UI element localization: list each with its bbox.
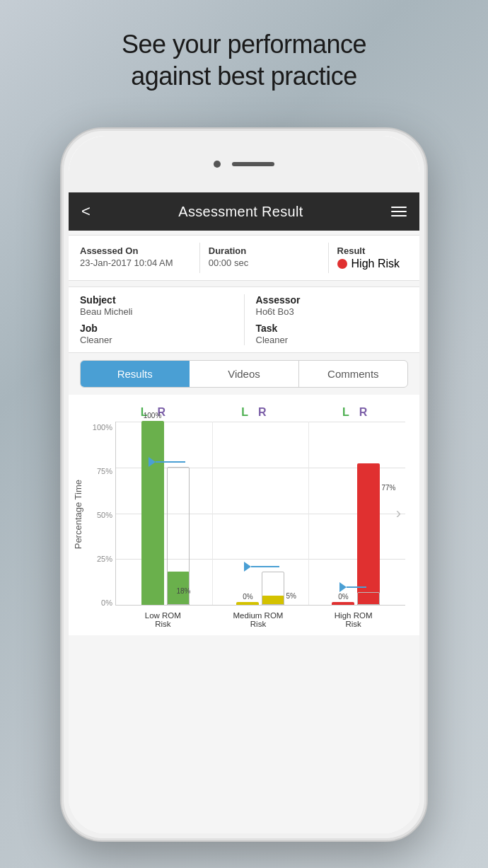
assessed-on-label: Assessed On [80,245,191,256]
y-axis-label: Percentage Time [73,480,88,549]
y-ticks: 100% 75% 50% 25% 0% [88,423,115,607]
y-tick-25: 25% [91,555,112,563]
tabs-row: Results Videos Comments [80,360,408,388]
lr-labels-row: L R L R L R [69,406,419,419]
vert-div-2 [308,422,309,605]
x-label-medium: Medium ROMRisk [226,611,290,628]
tab-comments[interactable]: Comments [299,361,407,387]
bar-col-medium-l: 0% [236,593,259,605]
bar-col-low-r: 18% [167,572,190,605]
bar-col-high-l: 0% [332,593,354,605]
phone-top-bar [69,136,419,192]
result-col: Result High Risk [329,243,408,273]
chart-next-icon[interactable]: › [396,504,401,523]
menu-line-2 [391,211,407,212]
chart-main: Percentage Time 100% 75% 50% 25% 0% [69,422,419,607]
headline: See your performanceagainst best practic… [0,28,488,92]
tab-videos[interactable]: Videos [190,361,298,387]
result-label: Result [337,245,400,256]
x-labels: Low ROMRisk Medium ROMRisk High ROMRisk [69,611,419,628]
subject-left: Subject Beau Micheli Job Cleaner [80,294,245,345]
lr-group-2: L R [219,406,289,419]
chart-right-pad [405,422,419,607]
duration-col: Duration 00:00 sec [200,243,329,273]
job-value: Cleaner [80,335,233,345]
bench-arrow-medium [244,562,251,572]
result-text: High Risk [352,257,400,270]
bench-arrow-high [339,582,347,592]
bar-group-low: 100% 18% [124,412,206,605]
subject-right: Assessor Ho6t Bo3 Task Cleaner [245,294,409,345]
bar-chart-area: 100% 18% [115,422,405,606]
assessed-on-value: 23-Jan-2017 10:04 AM [80,257,191,268]
chart-area: L R L R L R Percentage Time [69,395,419,635]
assessor-value: Ho6t Bo3 [256,306,409,317]
x-label-high: High ROMRisk [322,611,385,628]
risk-dot [337,259,347,269]
job-label: Job [80,323,233,334]
camera-icon [214,161,221,168]
y-tick-75: 75% [91,467,112,475]
subject-value: Beau Micheli [80,306,233,317]
task-value: Cleaner [256,335,409,345]
bench-line-low [156,461,185,463]
task-label: Task [256,323,409,334]
subject-card: Subject Beau Micheli Job Cleaner Assesso… [69,287,419,353]
lr-r-2: R [258,406,267,419]
bar-outline-medium-r [262,572,284,605]
lr-l-2: L [241,406,248,419]
bar-pct-high-l: 0% [338,593,348,601]
bench-arrow-low [149,457,156,467]
phone-shell: < Assessment Result Assessed On 23-Jan-2… [60,127,428,842]
bar-pct-medium-l: 0% [243,593,252,601]
screen: < Assessment Result Assessed On 23-Jan-2… [69,192,419,833]
bench-line-medium [251,566,279,567]
y-tick-50: 50% [91,511,112,519]
nav-title: Assessment Result [178,204,303,220]
x-label-low: Low ROMRisk [131,611,194,628]
lr-group-3: L R [320,406,390,419]
bar-pct-medium-r: 5% [286,592,296,600]
subject-label: Subject [80,294,233,306]
duration-label: Duration [209,245,320,256]
bar-group-medium: 0% 5% [220,593,301,605]
assessor-label: Assessor [256,294,409,306]
menu-button[interactable] [391,207,407,216]
assessed-on-col: Assessed On 23-Jan-2017 10:04 AM [80,243,200,273]
y-tick-100: 100% [91,423,112,432]
lr-l-3: L [342,406,349,419]
menu-line-3 [391,215,407,216]
back-button[interactable]: < [81,202,91,221]
duration-value: 00:00 sec [209,257,320,268]
bar-high-l [332,602,354,605]
navbar: < Assessment Result [69,192,419,231]
bar-pct-high-r: 77% [381,484,395,492]
menu-line-1 [391,207,407,208]
info-row: Assessed On 23-Jan-2017 10:04 AM Duratio… [80,243,408,273]
bar-outline-low-r [167,467,190,605]
bar-col-medium-r: 5% [262,596,284,605]
bar-medium-l [236,602,259,605]
vert-div-1 [212,422,213,605]
bench-line-high [347,586,366,588]
bar-col-low-l: 100% [141,412,164,605]
benchmark-low [149,457,185,467]
result-value: High Risk [337,257,400,270]
benchmark-high [339,582,366,592]
info-card-row1: Assessed On 23-Jan-2017 10:04 AM Duratio… [69,235,419,281]
tab-results[interactable]: Results [81,361,190,387]
bar-outline-high-r [357,592,380,605]
speaker-bar [232,162,274,166]
phone-inner: < Assessment Result Assessed On 23-Jan-2… [69,136,419,833]
benchmark-medium [244,562,279,572]
bar-low-l [141,421,164,605]
bar-pct-low-l: 100% [144,412,162,419]
y-tick-0: 0% [91,598,112,607]
lr-r-3: R [359,406,368,419]
